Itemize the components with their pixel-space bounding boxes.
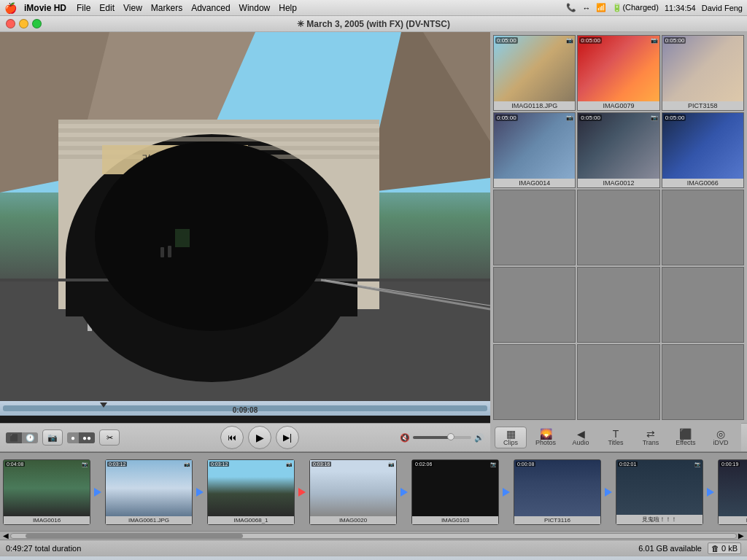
timeline-scroll[interactable]: 0:04:08📷IMAG00160:03:12📷IMAG0061.JPG0:03… — [0, 453, 747, 531]
timeline-scrubber[interactable]: 0:09:08 — [0, 401, 490, 416]
trash-button[interactable]: 🗑 0 kB — [708, 542, 741, 554]
timeline-clip-5[interactable]: 0:02:06📷IMAG0103 — [411, 459, 499, 525]
clip-label-1: IMAG0118.JPG — [494, 101, 575, 110]
app-name: iMovie HD — [24, 3, 66, 13]
fast-toggle[interactable]: ●● — [79, 432, 95, 443]
clock-view-toggle[interactable]: 🕐 — [22, 432, 38, 443]
clip-cell-12 — [662, 267, 744, 343]
video-canvas: 弥猴峡隧道 弥猴峡隧道 Tangxia Tunnel 77 m — [0, 32, 490, 401]
tab-trans-label: Trans — [643, 439, 659, 446]
menu-window[interactable]: Window — [239, 3, 271, 13]
scrollbar-thumb[interactable] — [26, 534, 243, 538]
trash-size: 0 kB — [721, 544, 738, 553]
clip-cell-2[interactable]: 0:05:00📷IMAG0079 — [577, 35, 659, 111]
tab-clips[interactable]: ▦ Clips — [495, 427, 527, 448]
idvd-icon: ◎ — [716, 429, 725, 439]
next-frame-button[interactable]: ▶| — [276, 426, 299, 449]
volume-control[interactable]: 🔇 🔊 — [400, 433, 484, 443]
clip-label-4: IMAG0014 — [494, 179, 575, 187]
tab-audio[interactable]: ◀ Audio — [565, 427, 597, 448]
clip-view-toggle[interactable]: ⬛ — [6, 432, 22, 443]
titles-icon: T — [613, 429, 619, 439]
tab-effects[interactable]: ⬛ Effects — [670, 427, 702, 448]
menu-markers[interactable]: Markers — [151, 3, 182, 13]
tab-idvd-label: iDVD — [713, 439, 728, 446]
current-time-display: 0:09:08 — [233, 406, 258, 414]
view-toggle[interactable]: ⬛ 🕐 — [6, 432, 38, 443]
status-bar: 0:49:27 total duration 6.01 GB available… — [0, 540, 747, 556]
timeline-scrollbar[interactable]: ◀ ▶ — [0, 531, 747, 540]
clip-cam-icon-4: 📷 — [566, 114, 573, 121]
volume-icon: 🔇 — [400, 433, 410, 443]
clip-cell-10 — [493, 267, 576, 343]
menu-advanced[interactable]: Advanced — [191, 3, 230, 13]
tc-duration-2: 0:03:12 — [107, 462, 127, 467]
tab-photos[interactable]: 🌄 Photos — [530, 427, 562, 448]
camera-button[interactable]: 📷 — [42, 429, 63, 446]
clip-cell-4[interactable]: 0:05:00📷IMAG0014 — [493, 112, 576, 188]
clip-cell-8 — [577, 190, 659, 265]
tc-cam-2: 📷 — [184, 462, 190, 467]
tc-connector-1 — [92, 486, 104, 498]
clock: 11:34:54 — [665, 4, 696, 12]
timeline-clip-8[interactable]: 0:00:19📷PICT3116/1 — [718, 459, 747, 525]
tab-effects-label: Effects — [676, 439, 695, 446]
username: David Feng — [702, 4, 743, 12]
menu-view[interactable]: View — [123, 3, 142, 13]
menu-file[interactable]: File — [77, 3, 90, 13]
audio-icon: ◀ — [577, 429, 585, 439]
clip-cell-3[interactable]: 0:05:00PICT3158 — [662, 35, 744, 111]
timeline-clip-1[interactable]: 0:04:08📷IMAG0016 — [3, 459, 90, 525]
scrubber-playhead — [100, 402, 107, 408]
tab-trans[interactable]: ⇄ Trans — [635, 427, 667, 448]
tc-label-1: IMAG0016 — [4, 516, 90, 524]
close-button[interactable] — [6, 19, 15, 28]
clip-cell-14 — [577, 344, 659, 420]
svg-rect-12 — [58, 120, 379, 124]
gb-available: 6.01 GB available — [638, 544, 702, 553]
clip-cell-5[interactable]: 0:05:00📷IMAG0012 — [577, 112, 659, 188]
tab-titles[interactable]: T Titles — [600, 427, 632, 448]
window-title: ✳ March 3, 2005 (with FX) (DV-NTSC) — [297, 19, 450, 29]
play-button[interactable]: ▶ — [248, 426, 271, 449]
clip-cell-6[interactable]: 0:05:00IMAG0066 — [662, 112, 744, 188]
maximize-button[interactable] — [32, 19, 42, 28]
video-scene-svg: 弥猴峡隧道 弥猴峡隧道 Tangxia Tunnel 77 m — [0, 32, 490, 401]
timeline-clip-6[interactable]: 0:00:08PICT3116 — [514, 459, 601, 525]
tc-label-7: 見鬼啦！！！ — [616, 515, 703, 524]
clip-label-6: IMAG0066 — [662, 179, 743, 187]
photos-icon: 🌄 — [540, 429, 552, 439]
clips-panel: 0:05:00📷IMAG0118.JPG0:05:00📷IMAG00790:05… — [490, 32, 747, 423]
apple-menu[interactable]: 🍎 — [4, 2, 17, 14]
rewind-button[interactable]: ⏮ — [220, 426, 244, 449]
timeline-clip-4[interactable]: 0:03:16📷IMAG0020 — [309, 459, 397, 525]
clip-cam-icon-2: 📷 — [651, 37, 658, 44]
minimize-button[interactable] — [19, 19, 28, 28]
clip-cell-9 — [662, 190, 744, 265]
effects-icon: ⬛ — [679, 429, 692, 439]
tab-idvd[interactable]: ◎ iDVD — [705, 427, 737, 448]
speed-toggle[interactable]: ● ●● — [67, 432, 95, 443]
tc-duration-8: 0:00:19 — [720, 462, 740, 467]
scroll-right-btn[interactable]: ▶ — [737, 532, 746, 540]
timeline-clip-3[interactable]: 0:03:12📷IMAG0068_1 — [207, 459, 295, 525]
menu-edit[interactable]: Edit — [99, 3, 115, 13]
tc-connector-5 — [500, 486, 512, 498]
slow-toggle[interactable]: ● — [67, 432, 79, 443]
tc-cam-1: 📷 — [82, 462, 88, 467]
timeline-clip-7[interactable]: 0:02:01📷見鬼啦！！！ — [616, 459, 703, 525]
menu-help[interactable]: Help — [279, 3, 297, 13]
clip-cell-1[interactable]: 0:05:00📷IMAG0118.JPG — [493, 35, 576, 111]
tc-label-3: IMAG0068_1 — [208, 516, 294, 524]
video-preview-panel: 弥猴峡隧道 弥猴峡隧道 Tangxia Tunnel 77 m — [0, 32, 490, 423]
volume-max-icon: 🔊 — [474, 433, 484, 443]
volume-knob[interactable] — [447, 433, 454, 440]
main-area: 弥猴峡隧道 弥猴峡隧道 Tangxia Tunnel 77 m — [0, 32, 747, 423]
clip-duration-4: 0:05:00 — [495, 114, 518, 121]
scroll-left-btn[interactable]: ◀ — [1, 532, 10, 540]
timeline-clip-2[interactable]: 0:03:12📷IMAG0061.JPG — [105, 459, 193, 525]
scrollbar-track[interactable] — [10, 533, 737, 539]
tab-clips-label: Clips — [503, 439, 518, 446]
scissors-button[interactable]: ✂ — [99, 429, 120, 446]
volume-track[interactable] — [413, 436, 471, 439]
